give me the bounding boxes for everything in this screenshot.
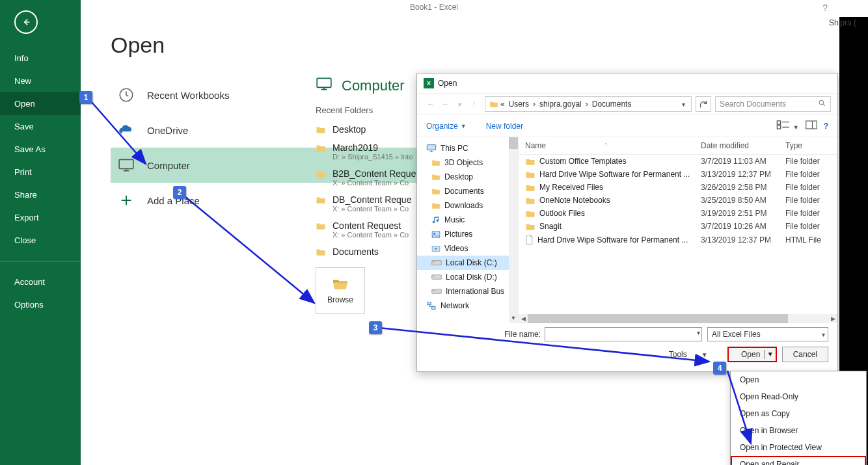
folder-icon: [316, 248, 326, 256]
chevron-down-icon[interactable]: ▾: [697, 329, 700, 336]
clock-icon: [117, 86, 135, 104]
search-input[interactable]: Search Documents: [715, 96, 831, 112]
menu-open-readonly[interactable]: Open Read-Only: [731, 388, 866, 405]
folder-icon: [316, 170, 326, 178]
col-date[interactable]: Date modified: [701, 141, 785, 150]
tree-scroll-down-icon[interactable]: ▼: [509, 313, 518, 323]
open-split-button[interactable]: Open ▼: [727, 347, 777, 362]
file-row[interactable]: OneNote Notebooks3/25/2019 8:50 AMFile f…: [519, 194, 837, 207]
file-filter-dropdown[interactable]: All Excel Files ▾: [707, 327, 828, 341]
source-label: Recent Workbooks: [147, 90, 229, 101]
help-icon[interactable]: ?: [824, 122, 828, 131]
folder-icon: [525, 157, 536, 166]
col-type[interactable]: Type: [785, 141, 831, 150]
tree-item[interactable]: International Bus: [417, 284, 518, 299]
folder-icon: [316, 126, 326, 134]
folder-icon: [316, 222, 326, 230]
svg-rect-17: [427, 302, 431, 305]
tools-menu[interactable]: Tools: [669, 350, 687, 359]
tree-item[interactable]: Local Disk (C:): [417, 256, 518, 270]
file-row[interactable]: Hard Drive Wipe Software for Permanent .…: [519, 168, 837, 181]
tree-item[interactable]: Videos: [417, 241, 518, 256]
menu-open-repair[interactable]: Open and Repair...: [731, 456, 866, 465]
folder-icon: [316, 196, 326, 204]
organize-menu[interactable]: Organize ▼: [426, 122, 467, 131]
hscroll-thumb[interactable]: [528, 314, 788, 323]
recent-folder-item[interactable]: Content RequestX: » Content Team » Co: [316, 217, 420, 243]
nav-print[interactable]: Print: [0, 161, 81, 183]
callout-3: 3: [369, 321, 382, 334]
file-row[interactable]: Hard Drive Wipe Software for Permanent .…: [519, 233, 837, 246]
tree-item[interactable]: Network: [417, 299, 518, 313]
tree-item[interactable]: Documents: [417, 184, 518, 198]
recent-folder-item[interactable]: March2019D: » Shipra_S1415 » Inte: [316, 139, 420, 165]
dialog-titlebar: X Open: [417, 73, 837, 93]
view-mode-icon[interactable]: ▼: [776, 120, 798, 131]
nav-close[interactable]: Close: [0, 229, 81, 252]
menu-open-browser[interactable]: Open in Browser: [731, 422, 866, 439]
nav-account[interactable]: Account: [0, 271, 81, 293]
tree-item[interactable]: Music: [417, 213, 518, 227]
recent-folder-item[interactable]: DB_Content RequeX: » Content Team » Co: [316, 191, 420, 217]
tree-item[interactable]: Pictures: [417, 227, 518, 241]
scroll-left-icon[interactable]: ◀: [519, 314, 528, 323]
file-row[interactable]: Custom Office Templates3/7/2019 11:03 AM…: [519, 155, 837, 168]
chevron-down-icon[interactable]: ▼: [764, 350, 774, 359]
recent-folder-item[interactable]: B2B_Content RequeX: » Content Team » Co: [316, 165, 420, 191]
tree-scrollbar[interactable]: [509, 137, 518, 323]
menu-open-copy[interactable]: Open as Copy: [731, 405, 866, 422]
callout-1: 1: [79, 91, 92, 104]
menu-open[interactable]: Open: [731, 371, 866, 388]
page-title: Open: [111, 33, 436, 58]
file-hscrollbar[interactable]: ◀ ▶: [519, 314, 837, 323]
recent-folder-item[interactable]: Documents: [316, 243, 420, 261]
chevron-down-icon: ▼: [461, 123, 467, 129]
nav-forward-icon[interactable]: →: [438, 100, 452, 109]
sort-indicator-icon: ˄: [604, 142, 608, 149]
browse-button[interactable]: Browse: [316, 267, 365, 314]
file-open-dialog: X Open ← → ▾ ↑ « Users› shipra.goyal› Do…: [416, 73, 838, 372]
tree-item[interactable]: Desktop: [417, 170, 518, 184]
nav-export[interactable]: Export: [0, 206, 81, 229]
nav-info[interactable]: Info: [0, 47, 81, 70]
svg-rect-7: [427, 145, 435, 150]
scroll-right-icon[interactable]: ▶: [828, 314, 837, 323]
svg-point-3: [819, 100, 824, 105]
col-name[interactable]: Name: [525, 141, 546, 150]
svg-rect-13: [432, 275, 442, 280]
svg-rect-12: [433, 261, 435, 262]
tree-item[interactable]: This PC: [417, 141, 518, 155]
nav-recent-icon[interactable]: ▾: [452, 101, 467, 108]
computer-icon: [316, 77, 334, 95]
open-dropdown-menu: Open Open Read-Only Open as Copy Open in…: [730, 371, 867, 465]
tree-item[interactable]: Local Disk (D:): [417, 270, 518, 284]
tree-scroll-thumb[interactable]: [509, 137, 518, 149]
preview-pane-icon[interactable]: [806, 120, 817, 131]
nav-back-icon[interactable]: ←: [424, 100, 438, 109]
file-row[interactable]: Outlook Files3/19/2019 2:51 PMFile folde…: [519, 207, 837, 220]
cloud-icon: [117, 121, 135, 139]
nav-share[interactable]: Share: [0, 183, 81, 206]
cancel-button[interactable]: Cancel: [782, 347, 828, 362]
nav-open[interactable]: Open: [0, 92, 81, 115]
tree-item[interactable]: 3D Objects: [417, 155, 518, 170]
nav-new[interactable]: New: [0, 70, 81, 92]
nav-options[interactable]: Options: [0, 293, 81, 316]
recent-folder-item[interactable]: Desktop: [316, 120, 420, 139]
menu-open-protected[interactable]: Open in Protected View: [731, 439, 866, 456]
nav-tree: This PC3D ObjectsDesktopDocumentsDownloa…: [417, 137, 519, 323]
file-row[interactable]: Snagit3/7/2019 10:26 AMFile folder: [519, 220, 837, 233]
file-name-input[interactable]: ▾: [545, 327, 702, 341]
nav-save[interactable]: Save: [0, 115, 81, 138]
refresh-button[interactable]: [696, 96, 711, 112]
nav-up-icon[interactable]: ↑: [467, 100, 481, 109]
back-button[interactable]: [14, 10, 38, 34]
file-row[interactable]: My Received Files3/26/2019 2:58 PMFile f…: [519, 181, 837, 194]
callout-2: 2: [173, 186, 186, 199]
breadcrumb[interactable]: « Users› shipra.goyal› Documents ▾: [485, 96, 692, 112]
tree-item[interactable]: Downloads: [417, 198, 518, 213]
nav-saveas[interactable]: Save As: [0, 138, 81, 161]
help-icon[interactable]: ?: [822, 3, 828, 13]
new-folder-button[interactable]: New folder: [486, 122, 523, 131]
svg-rect-18: [432, 306, 435, 309]
